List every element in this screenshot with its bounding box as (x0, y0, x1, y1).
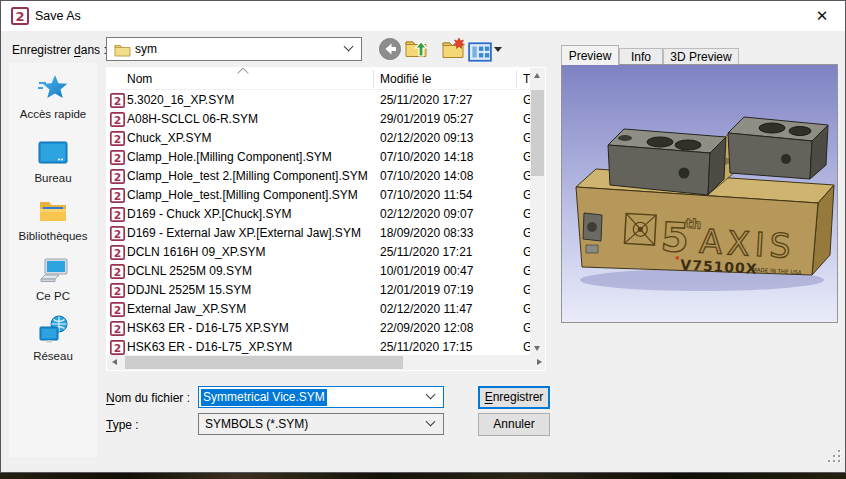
file-modified: 02/12/2020 09:13 (380, 129, 473, 148)
file-name: External Jaw_XP.SYM (127, 300, 246, 319)
sym-file-icon (110, 302, 125, 317)
table-row[interactable]: Clamp_Hole_test 2.[Milling Component].SY… (107, 167, 532, 186)
filetype-combobox[interactable]: SYMBOLS (*.SYM) (198, 413, 444, 435)
table-row[interactable]: Clamp_Hole.[Milling Component].SYM 07/10… (107, 148, 532, 167)
sidebar-item-label: Réseau (9, 350, 97, 362)
save-in-combobox[interactable]: sym (106, 37, 362, 61)
file-name: D169 - External Jaw XP.[External Jaw].SY… (127, 224, 361, 243)
scroll-left-button[interactable] (107, 355, 122, 370)
vertical-scrollbar[interactable] (530, 68, 545, 356)
file-name: Clamp_Hole_test.[Milling Component].SYM (127, 186, 358, 205)
file-modified: 10/01/2019 00:47 (380, 262, 473, 281)
scroll-up-button[interactable] (530, 68, 545, 83)
vertical-scroll-thumb[interactable] (531, 90, 544, 176)
table-row[interactable]: DCLNL 2525M 09.SYM 10/01/2019 00:47 GC (107, 262, 532, 281)
file-rows: 5.3020_16_XP.SYM 25/11/2020 17:27 GC A08… (107, 91, 532, 357)
sidebar-item-desktop[interactable]: Bureau (9, 137, 97, 184)
window-title: Save As (35, 9, 81, 23)
table-row[interactable]: DCLN 1616H 09_XP.SYM 25/11/2020 17:21 GC (107, 243, 532, 262)
title-bar: Save As ✕ (1, 1, 845, 31)
table-row[interactable]: A08H-SCLCL 06-R.SYM 29/01/2019 05:27 GC (107, 110, 532, 129)
save-button[interactable]: Enregistrer (478, 386, 550, 409)
file-modified: 07/10/2020 14:08 (380, 167, 473, 186)
view-menu-button[interactable] (468, 40, 492, 64)
table-row[interactable]: D169 - Chuck XP.[Chuck].SYM 02/12/2020 0… (107, 205, 532, 224)
scroll-right-button[interactable] (532, 355, 546, 370)
sidebar-item-label: Bureau (9, 172, 97, 184)
sym-file-icon (110, 93, 125, 108)
tab-preview[interactable]: Preview (561, 45, 619, 65)
scroll-down-button[interactable] (530, 341, 545, 356)
up-one-level-button[interactable] (404, 37, 428, 61)
libraries-folder-icon (37, 195, 69, 227)
table-row[interactable]: External Jaw_XP.SYM 02/12/2020 11:47 GC (107, 300, 532, 319)
list-header: Nom Modifié le Ty (107, 68, 532, 90)
save-in-label: Enregistrer dans : (12, 43, 107, 57)
file-name: DDJNL 2525M 15.SYM (127, 281, 251, 300)
table-row[interactable]: Chuck_XP.SYM 02/12/2020 09:13 GC (107, 129, 532, 148)
file-name: 5.3020_16_XP.SYM (127, 91, 234, 110)
sidebar-item-quick-access[interactable]: Accès rapide (9, 73, 97, 120)
file-name: Chuck_XP.SYM (127, 129, 212, 148)
svg-text:th: th (685, 216, 701, 232)
resize-grip[interactable] (828, 450, 840, 462)
sym-file-icon (110, 207, 125, 222)
view-menu-caret-icon[interactable] (494, 47, 502, 52)
tab-info[interactable]: Info (619, 48, 663, 65)
cancel-button[interactable]: Annuler (478, 413, 550, 436)
column-header-name[interactable]: Nom (127, 72, 152, 86)
sym-file-icon (110, 169, 125, 184)
table-row[interactable]: HSK63 ER - D16-L75 XP.SYM 22/09/2020 12:… (107, 319, 532, 338)
tab-3d-preview[interactable]: 3D Preview (663, 48, 739, 65)
table-row[interactable]: 5.3020_16_XP.SYM 25/11/2020 17:27 GC (107, 91, 532, 110)
sidebar-item-label: Ce PC (9, 290, 97, 302)
table-row[interactable]: DDJNL 2525M 15.SYM 12/01/2019 07:19 GC (107, 281, 532, 300)
app-logo-icon (11, 7, 29, 25)
sidebar-item-label: Bibliothèques (9, 230, 97, 242)
filename-label: Nom du fichier : (106, 391, 190, 405)
file-modified: 12/01/2019 07:19 (380, 281, 473, 300)
sidebar-item-network[interactable]: Réseau (9, 315, 97, 362)
save-as-dialog: Save As ✕ Enregistrer dans : sym (0, 0, 846, 473)
horizontal-scrollbar[interactable] (107, 355, 546, 370)
column-divider[interactable] (516, 70, 517, 88)
folder-icon (114, 43, 131, 57)
column-header-modified[interactable]: Modifié le (380, 72, 431, 86)
new-folder-button[interactable] (441, 37, 465, 61)
sidebar-item-this-pc[interactable]: Ce PC (9, 255, 97, 302)
table-row[interactable]: D169 - External Jaw XP.[External Jaw].SY… (107, 224, 532, 243)
file-name: A08H-SCLCL 06-R.SYM (127, 110, 258, 129)
desktop-icon (37, 137, 69, 169)
table-row[interactable]: Clamp_Hole_test.[Milling Component].SYM … (107, 186, 532, 205)
file-modified: 25/11/2020 17:27 (380, 91, 473, 110)
sym-file-icon (110, 340, 125, 355)
quick-access-star-icon (37, 73, 69, 105)
file-modified: 29/01/2019 05:27 (380, 110, 473, 129)
filetype-value: SYMBOLS (*.SYM) (205, 417, 308, 431)
sym-file-icon (110, 283, 125, 298)
file-list: Nom Modifié le Ty 5.3020_16_XP.SYM 25/11… (106, 67, 546, 371)
file-name: HSK63 ER - D16-L75 XP.SYM (127, 319, 289, 338)
file-name: DCLNL 2525M 09.SYM (127, 262, 252, 281)
file-modified: 02/12/2020 11:47 (380, 300, 473, 319)
places-sidebar: Accès rapide Bureau Bibliothèque (9, 63, 97, 457)
save-in-value: sym (135, 42, 157, 56)
filename-value[interactable]: Symmetrical Vice.SYM (201, 389, 327, 406)
chevron-down-icon (344, 42, 354, 52)
horizontal-scroll-thumb[interactable] (125, 356, 403, 369)
back-button[interactable] (378, 37, 402, 61)
screen: Save As ✕ Enregistrer dans : sym (0, 0, 846, 479)
sort-ascending-icon (237, 67, 248, 78)
sidebar-item-label: Accès rapide (9, 108, 97, 120)
file-name: Clamp_Hole_test 2.[Milling Component].SY… (127, 167, 368, 186)
filename-combobox[interactable]: Symmetrical Vice.SYM (198, 386, 444, 408)
sym-file-icon (110, 150, 125, 165)
sym-file-icon (110, 321, 125, 336)
sym-file-icon (110, 188, 125, 203)
vice-3d-preview-image: 5 th AXIS V75100X MADE IN THE USA (562, 65, 837, 322)
file-modified: 22/09/2020 12:08 (380, 319, 473, 338)
close-icon[interactable]: ✕ (807, 5, 837, 27)
column-divider[interactable] (373, 70, 374, 88)
file-modified: 07/10/2020 11:54 (380, 186, 473, 205)
sidebar-item-libraries[interactable]: Bibliothèques (9, 195, 97, 242)
